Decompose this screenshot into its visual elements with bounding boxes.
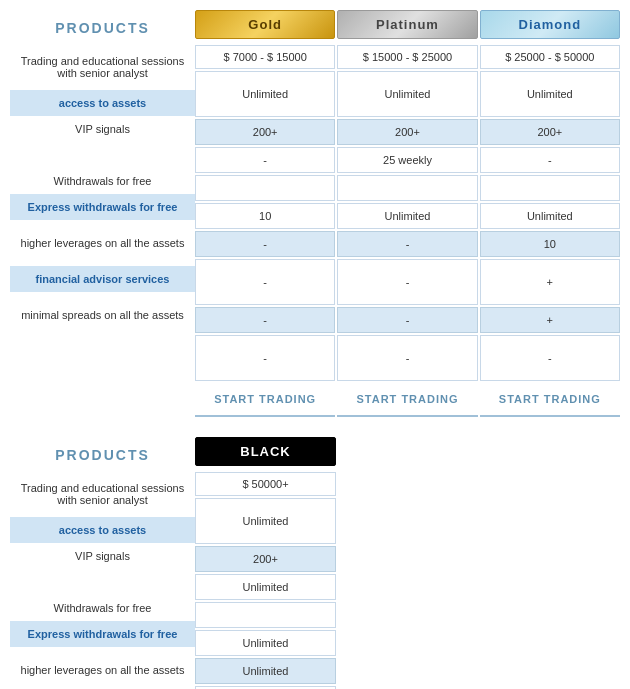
- data-cell: 200+: [337, 119, 477, 145]
- data-cell: -: [480, 335, 620, 381]
- data-cell: 200+: [195, 119, 335, 145]
- data-cell: Unlimited: [195, 630, 336, 656]
- plan-col-gold: Gold$ 7000 - $ 15000Unlimited200+-10----…: [195, 10, 335, 417]
- data-cell: [480, 175, 620, 201]
- data-cell: -: [195, 307, 335, 333]
- data-cell: Unlimited: [195, 498, 336, 544]
- bottom-section: PRODUCTS Trading and educational session…: [10, 437, 620, 689]
- label-cell: access to assets: [10, 90, 195, 116]
- data-cell: -: [195, 335, 335, 381]
- data-cell: Unlimited: [337, 203, 477, 229]
- data-cell: Unlimited: [195, 574, 336, 600]
- data-cell: -: [195, 147, 335, 173]
- label-cell: higher leverages on all the assets: [10, 647, 195, 689]
- data-cell: Unlimited: [195, 71, 335, 117]
- plan-price: $ 25000 - $ 50000: [480, 45, 620, 69]
- label-cell: Withdrawals for free: [10, 168, 195, 194]
- label-cell: Withdrawals for free: [10, 595, 195, 621]
- top-section: PRODUCTS Trading and educational session…: [10, 10, 620, 417]
- start-trading-button[interactable]: START TRADING: [337, 383, 477, 417]
- start-trading-button[interactable]: START TRADING: [480, 383, 620, 417]
- plan-badge-gold: Gold: [195, 10, 335, 39]
- data-cell: Unlimited: [480, 71, 620, 117]
- data-cell: -: [337, 335, 477, 381]
- label-cell: VIP signals: [10, 543, 195, 569]
- bottom-labels-col: PRODUCTS Trading and educational session…: [10, 437, 195, 689]
- plan-badge-diamond: Diamond: [480, 10, 620, 39]
- bottom-products-title: PRODUCTS: [10, 437, 195, 471]
- plan-badge-platinum: Platinum: [337, 10, 477, 39]
- data-cell: -: [337, 231, 477, 257]
- label-cell: financial advisor services: [10, 266, 195, 292]
- start-trading-button[interactable]: START TRADING: [195, 383, 335, 417]
- data-cell: Unlimited: [337, 71, 477, 117]
- label-cell: Trading and educational sessions with se…: [10, 471, 195, 517]
- data-cell: [195, 175, 335, 201]
- data-cell: -: [337, 307, 477, 333]
- data-cell: 200+: [195, 546, 336, 572]
- data-cell: 25 weekly: [337, 147, 477, 173]
- label-cell: [10, 142, 195, 168]
- data-cell: Unlimited: [195, 658, 336, 684]
- label-cell: [10, 569, 195, 595]
- label-cell: access to assets: [10, 517, 195, 543]
- plan-price: $ 50000+: [195, 472, 336, 496]
- data-cell: [337, 175, 477, 201]
- top-plans-row: Gold$ 7000 - $ 15000Unlimited200+-10----…: [195, 10, 620, 417]
- plan-price: $ 7000 - $ 15000: [195, 45, 335, 69]
- label-cell: Express withdrawals for free: [10, 194, 195, 220]
- label-cell: minimal spreads on all the assets: [10, 292, 195, 338]
- data-cell: +: [480, 307, 620, 333]
- top-labels-col: PRODUCTS Trading and educational session…: [10, 10, 195, 417]
- plan-badge-black: BLACK: [195, 437, 336, 466]
- bottom-plans-row: BLACK$ 50000+Unlimited200+UnlimitedUnlim…: [195, 437, 620, 689]
- plan-col-black: BLACK$ 50000+Unlimited200+UnlimitedUnlim…: [195, 437, 336, 689]
- data-cell: -: [480, 147, 620, 173]
- data-cell: -: [195, 259, 335, 305]
- data-cell: Unlimited: [480, 203, 620, 229]
- label-cell: VIP signals: [10, 116, 195, 142]
- data-cell: 10: [480, 231, 620, 257]
- label-cell: higher leverages on all the assets: [10, 220, 195, 266]
- label-cell: Trading and educational sessions with se…: [10, 44, 195, 90]
- data-cell: [195, 602, 336, 628]
- data-cell: -: [337, 259, 477, 305]
- top-products-title: PRODUCTS: [10, 10, 195, 44]
- plan-col-platinum: Platinum$ 15000 - $ 25000Unlimited200+25…: [337, 10, 477, 417]
- plan-price: $ 15000 - $ 25000: [337, 45, 477, 69]
- data-cell: +: [480, 259, 620, 305]
- data-cell: 10: [195, 203, 335, 229]
- data-cell: 200+: [480, 119, 620, 145]
- label-cell: Express withdrawals for free: [10, 621, 195, 647]
- data-cell: -: [195, 231, 335, 257]
- plan-col-diamond: Diamond$ 25000 - $ 50000Unlimited200+-Un…: [480, 10, 620, 417]
